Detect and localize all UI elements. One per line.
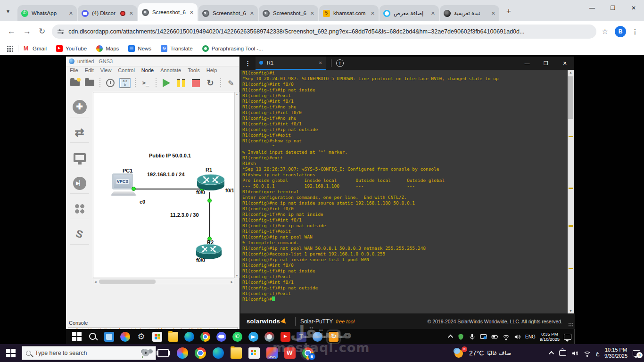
maximize-button[interactable]: ❐ — [603, 0, 623, 16]
topology-canvas[interactable]: Public IP 50.0.0.1 PC1 VPCS e0 192.168.1… — [93, 92, 234, 278]
solar-putty-icon[interactable] — [329, 332, 339, 342]
bookmark-item[interactable]: YouTube — [56, 45, 87, 52]
tab-close-icon[interactable]: ✕ — [491, 10, 495, 16]
m365-icon[interactable]: M365 — [266, 347, 278, 359]
menu-file[interactable]: File — [70, 67, 78, 73]
session-tab-close-icon[interactable]: ✕ — [319, 60, 322, 66]
scrollbar-thumb[interactable] — [568, 76, 573, 119]
tray-clock[interactable]: 8:35 PM 9/10/2025 — [540, 331, 560, 342]
tab-close-icon[interactable]: ✕ — [310, 10, 314, 16]
address-bar[interactable]: cdn.discordapp.com/attachments/142266015… — [52, 25, 596, 39]
open-project-button[interactable] — [84, 78, 95, 88]
minimize-button[interactable]: — — [582, 0, 603, 16]
menu-tools[interactable]: Tools — [188, 67, 200, 73]
browser-tab[interactable]: إضافة معرض✕ — [380, 5, 439, 21]
annotate-pencil-button[interactable]: ✎ — [226, 78, 236, 88]
tab-close-icon[interactable]: ✕ — [250, 10, 254, 16]
chrome-icon[interactable] — [195, 347, 206, 359]
bookmark-item[interactable]: Gmail — [23, 45, 47, 52]
menu-node[interactable]: Node — [141, 67, 154, 73]
browser-tab[interactable]: WhatsApp✕ — [17, 5, 77, 21]
stop-button[interactable] — [190, 78, 201, 88]
end-devices-icon[interactable] — [70, 148, 89, 168]
r1-node[interactable] — [196, 173, 225, 191]
start-button[interactable] — [0, 344, 22, 362]
sphere-icon[interactable] — [313, 332, 322, 342]
chrome-icon[interactable] — [200, 332, 210, 342]
language-indicator[interactable]: ENG — [525, 334, 536, 339]
suspend-button[interactable] — [176, 78, 186, 88]
terminal-scrollbar[interactable] — [568, 70, 574, 313]
microphone-icon[interactable] — [469, 333, 476, 340]
putty-session-tab[interactable]: R1 ✕ — [256, 57, 326, 70]
notification-center-icon[interactable]: 3 — [633, 350, 640, 356]
tab-close-icon[interactable]: ✕ — [371, 10, 375, 16]
lan-link[interactable] — [135, 189, 203, 189]
chrome-b-icon[interactable] — [302, 347, 314, 359]
discord-icon[interactable] — [216, 332, 226, 342]
browser-menu-icon[interactable]: ⋮ — [632, 28, 638, 35]
explorer-icon[interactable] — [231, 347, 242, 359]
youtube-icon[interactable] — [281, 332, 290, 342]
language-indicator[interactable]: ع — [596, 350, 599, 356]
tray-chevron-icon[interactable] — [448, 335, 453, 340]
console-connect-button[interactable]: >_ — [140, 78, 151, 88]
tab-search-chevron-icon[interactable]: ▾ — [7, 8, 13, 15]
putty-close-button[interactable]: ✕ — [555, 57, 574, 70]
koala-search-highlight-icon[interactable] — [140, 347, 152, 359]
bookmark-item[interactable]: Paraphrasing Tool -... — [202, 45, 263, 52]
putty-menu-icon[interactable]: ⋮ — [245, 60, 251, 67]
menu-annotate[interactable]: Annotate — [160, 67, 181, 73]
tab-close-icon[interactable]: ✕ — [69, 10, 73, 16]
reload-icon[interactable]: ↻ — [39, 26, 45, 36]
site-info-icon[interactable] — [58, 28, 64, 34]
reload-all-button[interactable]: ↻ — [205, 78, 215, 88]
search-icon[interactable] — [88, 332, 98, 342]
bookmark-item[interactable]: News — [128, 45, 151, 52]
putty-maximize-button[interactable]: ❐ — [537, 57, 555, 70]
show-labels-button[interactable]: a cb — [120, 78, 130, 88]
bookmark-item[interactable]: Translate — [161, 45, 193, 52]
browser-tab[interactable]: khamsat.com✕ — [319, 5, 379, 21]
copilot-icon[interactable] — [177, 347, 188, 359]
menu-edit[interactable]: Edit — [85, 67, 94, 73]
edge-icon[interactable] — [213, 347, 224, 359]
battery-icon[interactable] — [491, 333, 498, 340]
people-icon[interactable] — [104, 332, 114, 342]
close-button[interactable]: ✕ — [623, 0, 644, 16]
new-tab-button[interactable]: + — [503, 5, 515, 17]
settings-icon[interactable]: ⚙ — [136, 332, 146, 342]
copilot-icon[interactable] — [120, 332, 130, 342]
store-icon[interactable] — [248, 347, 260, 359]
volume-icon[interactable] — [514, 333, 521, 340]
teams-icon[interactable] — [297, 332, 306, 342]
putty-minimize-button[interactable]: — — [518, 57, 537, 70]
menu-view[interactable]: View — [100, 67, 112, 73]
browser-tab[interactable]: Screenshot_6✕ — [259, 5, 318, 21]
cast-screen-icon[interactable] — [480, 333, 487, 340]
bookmark-star-icon[interactable]: ☆ — [602, 27, 608, 36]
telegram-icon[interactable] — [248, 332, 258, 342]
cast-screen-icon[interactable] — [559, 350, 566, 356]
terminal-output[interactable]: R1(config)#i*Sep 10 20:24:01.987: %LINEP… — [240, 70, 568, 313]
browser-tab[interactable]: (4) Discor✕ — [78, 5, 137, 21]
canvas-horizontal-scrollbar[interactable] — [93, 279, 234, 284]
start-button[interactable] — [161, 78, 172, 88]
bookmark-item[interactable]: Maps — [96, 45, 119, 52]
snapshot-clock-button[interactable] — [105, 78, 116, 88]
gns3-icon[interactable] — [264, 332, 274, 342]
tab-close-icon[interactable]: ✕ — [190, 9, 194, 16]
volume-icon[interactable] — [571, 350, 578, 357]
add-link-icon[interactable]: S — [70, 224, 89, 245]
new-project-button[interactable] — [70, 78, 80, 88]
browser-tab[interactable]: نبذة تعريفية✕ — [440, 5, 499, 21]
store-icon[interactable] — [152, 332, 162, 342]
apps-grid-icon[interactable] — [7, 45, 13, 52]
canvas-vertical-scrollbar[interactable] — [234, 92, 239, 278]
wifi-icon[interactable] — [584, 350, 591, 357]
wps-icon[interactable] — [284, 347, 296, 359]
browser-tab[interactable]: Screenshot_6✕ — [138, 3, 198, 21]
tab-close-icon[interactable]: ✕ — [431, 10, 435, 16]
whatsapp-icon[interactable] — [232, 332, 242, 342]
notification-center-icon[interactable] — [564, 334, 571, 340]
